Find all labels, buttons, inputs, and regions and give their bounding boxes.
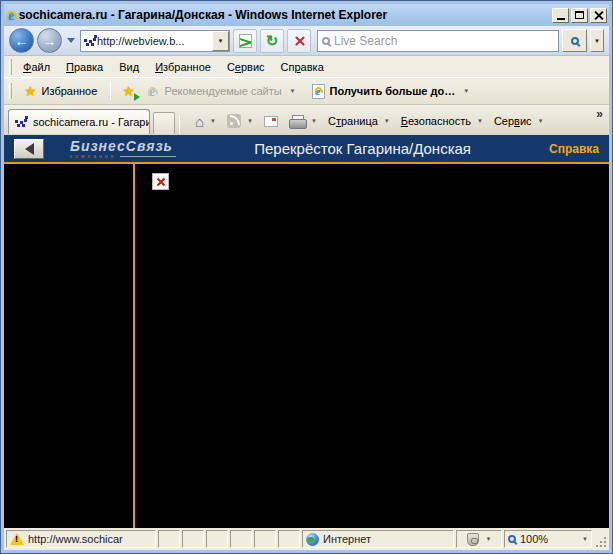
chevron-down-icon: ▼	[477, 118, 483, 124]
status-url-text: http://www.sochicar	[28, 533, 123, 545]
tab-favicon	[15, 116, 28, 128]
chevron-down-icon: ▼	[290, 88, 296, 94]
resize-grip[interactable]	[594, 531, 608, 549]
address-dropdown-button[interactable]: ▼	[212, 31, 229, 51]
menu-item-edit[interactable]: Правка	[58, 59, 111, 75]
logo-title: БизнесСвязь	[70, 139, 176, 153]
broken-image-x-icon	[157, 178, 165, 186]
search-options-dropdown[interactable]: ▼	[590, 29, 604, 52]
status-panel	[254, 530, 276, 548]
protected-mode-button[interactable]: ▼	[456, 530, 502, 548]
chevron-down-icon: ▼	[594, 38, 600, 44]
left-triangle-icon	[25, 143, 34, 155]
minimize-icon	[557, 18, 565, 20]
back-arrow-icon: ←	[15, 33, 29, 49]
print-button[interactable]: ▼	[284, 112, 322, 130]
status-panel	[278, 530, 300, 548]
close-button[interactable]	[590, 8, 607, 23]
toolbar-grip[interactable]	[9, 59, 12, 75]
ie-icon: e	[149, 84, 156, 99]
safety-menu-button[interactable]: Безопасность▼	[396, 112, 488, 130]
navigation-bar: ← → ▼ ↻ ▼	[4, 26, 609, 56]
vertical-divider-line	[133, 164, 135, 528]
zoom-level: 100%	[520, 533, 548, 545]
favorites-bar: ★ Избранное ★ e Рекомендуемые сайты ▼ e …	[4, 78, 609, 105]
add-to-favorites-bar-button[interactable]: ★	[117, 79, 140, 103]
help-link[interactable]: Справка	[549, 142, 601, 156]
menu-item-tools[interactable]: Сервис	[219, 59, 273, 75]
forward-arrow-icon: →	[43, 33, 57, 49]
page-viewport: БизнесСвязь компания Перекрёсток Гагарин…	[4, 135, 609, 528]
toolbar-overflow-button[interactable]: »	[596, 107, 603, 121]
search-input[interactable]	[334, 34, 558, 48]
status-panel	[158, 530, 180, 548]
chevron-down-icon: ▼	[463, 88, 469, 94]
window-title: sochicamera.ru - Гагарина/Донская - Wind…	[19, 8, 552, 22]
browser-window: e sochicamera.ru - Гагарина/Донская - Wi…	[0, 0, 613, 554]
logo-underline	[120, 156, 176, 157]
search-icon	[322, 37, 330, 45]
status-url-panel: http://www.sochicar	[6, 530, 156, 548]
menu-item-favorites[interactable]: Избранное	[147, 59, 219, 75]
chevron-down-icon: ▼	[486, 536, 492, 542]
favorites-button[interactable]: ★ Избранное	[17, 81, 104, 101]
camera-page-title: Перекрёсток Гагарина/Донская	[184, 140, 541, 157]
site-header: БизнесСвязь компания Перекрёсток Гагарин…	[4, 135, 609, 162]
forward-button[interactable]: →	[37, 28, 62, 53]
search-box	[317, 30, 559, 52]
mail-icon	[264, 116, 278, 127]
security-zone-panel: Интернет	[302, 530, 454, 548]
tools-menu-button[interactable]: Сервис▼	[489, 112, 549, 130]
logo-subtitle: компания	[70, 154, 116, 159]
menu-item-help[interactable]: Справка	[273, 59, 332, 75]
zone-label: Интернет	[323, 533, 371, 545]
address-input[interactable]	[97, 32, 212, 50]
site-favicon	[84, 35, 97, 47]
suggested-sites-button[interactable]: e Рекомендуемые сайты ▼	[142, 81, 303, 102]
new-tab-button[interactable]	[153, 112, 175, 134]
chevron-down-icon: ▼	[384, 118, 390, 124]
printer-icon	[289, 115, 305, 127]
chevron-down-icon: ▼	[247, 118, 253, 124]
status-bar: http://www.sochicar Интернет ▼ 100% ▼	[4, 528, 609, 550]
minimize-button[interactable]	[552, 8, 569, 23]
maximize-button[interactable]	[571, 8, 588, 23]
address-bar: ▼	[80, 30, 230, 52]
rss-icon	[227, 114, 241, 128]
menu-item-file[interactable]: Файл	[15, 59, 58, 75]
businesssvyaz-logo: БизнесСвязь компания	[70, 139, 176, 159]
refresh-button[interactable]: ↻	[260, 29, 284, 53]
chevron-down-icon: ▼	[218, 38, 224, 44]
separator	[110, 82, 111, 100]
back-button[interactable]: ←	[9, 28, 34, 53]
active-tab[interactable]: sochicamera.ru - Гагарин...	[8, 109, 150, 134]
search-go-button[interactable]	[562, 29, 587, 52]
page-menu-button[interactable]: Страница▼	[323, 112, 395, 130]
recent-pages-dropdown[interactable]	[67, 38, 75, 43]
home-icon: ⌂	[195, 114, 204, 129]
tab-bar: sochicamera.ru - Гагарин... ⌂▼ ▼ ▼ Стран…	[4, 105, 609, 135]
status-panel	[182, 530, 204, 548]
internet-zone-globe-icon	[306, 533, 319, 546]
status-panel	[206, 530, 228, 548]
close-icon	[594, 11, 603, 20]
read-mail-button[interactable]	[259, 113, 283, 130]
ie-page-icon: e	[312, 84, 325, 99]
window-controls	[552, 8, 607, 23]
camera-content-area	[4, 164, 609, 528]
chevron-down-icon: ▼	[582, 536, 588, 542]
title-bar: e sochicamera.ru - Гагарина/Донская - Wi…	[4, 4, 609, 26]
chevron-down-icon: ▼	[311, 118, 317, 124]
toolbar-grip[interactable]	[9, 83, 12, 99]
status-panel	[230, 530, 252, 548]
site-back-button[interactable]	[14, 139, 44, 159]
home-button[interactable]: ⌂▼	[190, 111, 221, 132]
stop-button[interactable]	[287, 29, 311, 53]
compatibility-view-button[interactable]	[233, 29, 257, 53]
warning-icon	[10, 533, 24, 545]
get-more-addons-button[interactable]: e Получить больше до… ▼	[305, 81, 477, 102]
menu-item-view[interactable]: Вид	[111, 59, 147, 75]
stop-icon	[294, 35, 305, 46]
zoom-control[interactable]: 100% ▼	[504, 530, 592, 548]
feeds-button[interactable]: ▼	[222, 111, 258, 131]
